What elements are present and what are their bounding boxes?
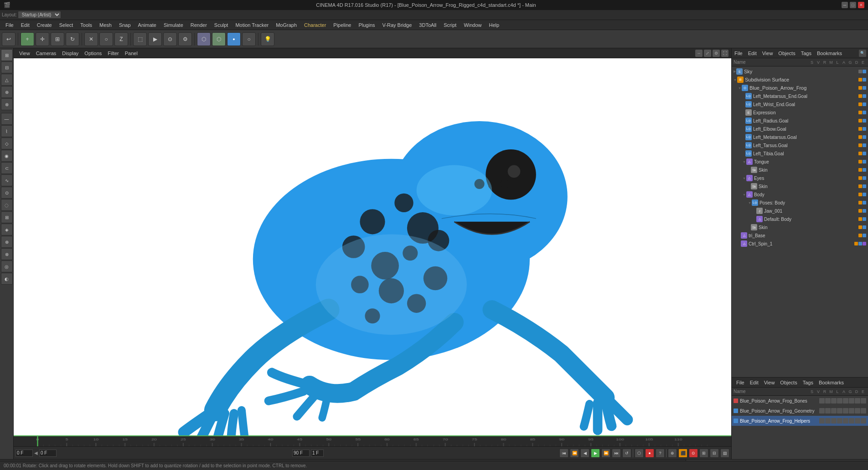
key-tool-1[interactable]: ⊕ xyxy=(668,449,677,458)
menu-motion-tracker[interactable]: Motion Tracker xyxy=(232,21,272,29)
mat-menu-tags[interactable]: Tags xyxy=(800,379,816,386)
model-mode-button[interactable]: ✕ xyxy=(84,32,98,46)
effector-button[interactable]: ○ xyxy=(242,32,256,46)
obj-left-meta-end-goal[interactable]: ▶ L◎ Left_Metatarsus_End.Goal xyxy=(732,92,868,100)
key-tool-5[interactable]: ⊟ xyxy=(710,449,719,458)
key-tool-3[interactable]: ⊙ xyxy=(689,449,698,458)
rotate-button[interactable]: ↻ xyxy=(66,32,79,46)
fullscreen-icon[interactable]: ⛶ xyxy=(721,50,728,57)
scale-button[interactable]: ⊞ xyxy=(51,32,64,46)
menu-animate[interactable]: Animate xyxy=(134,21,160,29)
xyz-button[interactable]: Z xyxy=(114,32,128,46)
obj-default-body[interactable]: ▶ △ Default: Body xyxy=(732,215,868,223)
layout-dropdown[interactable]: Startup (Artist) xyxy=(18,11,61,19)
obj-eyes[interactable]: ▼ △ Eyes xyxy=(732,174,868,182)
next-key-button[interactable]: ⏩ xyxy=(601,449,610,458)
mat-menu-view[interactable]: View xyxy=(761,379,778,386)
vp-menu-filter[interactable]: Filter xyxy=(105,50,121,57)
obj-left-radius-goal[interactable]: ▶ L◎ Left_Radius.Goal xyxy=(732,117,868,125)
live-selection-button[interactable]: + xyxy=(21,32,34,46)
left-tool-14[interactable]: ⊞ xyxy=(1,211,13,223)
prev-key-button[interactable]: ⏪ xyxy=(570,449,579,458)
obj-expression[interactable]: ▶ E Expression xyxy=(732,108,868,117)
object-mode-button[interactable]: ○ xyxy=(99,32,113,46)
menu-mesh[interactable]: Mesh xyxy=(96,21,115,29)
obj-menu-file[interactable]: File xyxy=(732,50,745,57)
obj-menu-view[interactable]: View xyxy=(760,50,776,57)
obj-menu-edit[interactable]: Edit xyxy=(745,50,760,57)
left-tool-1[interactable]: ⊞ xyxy=(1,49,13,61)
left-tool-4[interactable]: ⊕ xyxy=(1,86,13,98)
left-tool-6[interactable]: — xyxy=(1,113,13,125)
obj-skin-tongue[interactable]: ▶ Sk Skin xyxy=(732,166,868,174)
obj-menu-tags[interactable]: Tags xyxy=(798,50,814,57)
render-view-button[interactable]: ⊙ xyxy=(163,32,177,46)
obj-skin-eyes[interactable]: ▶ Sk Skin xyxy=(732,182,868,190)
obj-left-elbow-goal[interactable]: ▶ L◎ Left_Elbow.Goal xyxy=(732,125,868,133)
end-frame-input[interactable] xyxy=(292,450,310,457)
window-controls[interactable]: ─ □ ✕ xyxy=(842,2,864,8)
obj-jaw-001[interactable]: ▶ J Jaw_001 xyxy=(732,207,868,215)
menu-pipeline[interactable]: Pipeline xyxy=(330,21,355,29)
key-tool-4[interactable]: ⊞ xyxy=(699,449,708,458)
menu-tools[interactable]: Tools xyxy=(77,21,96,29)
move-viewport-icon[interactable]: ↔ xyxy=(695,50,703,57)
vp-menu-view[interactable]: View xyxy=(16,50,33,57)
record-button[interactable]: ⬡ xyxy=(635,449,644,458)
play-button[interactable]: ▶ xyxy=(591,449,600,458)
minimize-button[interactable]: ─ xyxy=(842,2,848,8)
record-active-button[interactable]: ● xyxy=(645,449,654,458)
obj-left-tibia-goal[interactable]: ▶ L◎ Left_Tibia.Goal xyxy=(732,149,868,158)
menu-select[interactable]: Select xyxy=(56,21,77,29)
menu-window[interactable]: Window xyxy=(460,21,485,29)
key-tool-2[interactable]: ⬛ xyxy=(678,449,687,458)
menu-3dtoall[interactable]: 3DToAll xyxy=(415,21,440,29)
obj-subdivision-surface[interactable]: ▼ ⊞ Subdivision Surface xyxy=(732,76,868,84)
left-tool-12[interactable]: ⊙ xyxy=(1,187,13,199)
left-tool-15[interactable]: ◈ xyxy=(1,224,13,235)
left-tool-18[interactable]: ◎ xyxy=(1,261,13,272)
menu-mograph[interactable]: MoGraph xyxy=(272,21,300,29)
goto-end-button[interactable]: ⏭ xyxy=(612,449,621,458)
obj-tongue[interactable]: ▼ △ Tongue xyxy=(732,158,868,166)
zoom-viewport-icon[interactable]: ⤢ xyxy=(704,50,711,57)
mat-bones[interactable]: Blue_Poison_Arrow_Frog_Bones xyxy=(732,396,868,406)
render-active-button[interactable]: ▶ xyxy=(148,32,162,46)
menu-plugins[interactable]: Plugins xyxy=(355,21,378,29)
obj-search-icon[interactable]: 🔍 xyxy=(859,50,866,57)
menu-script[interactable]: Script xyxy=(440,21,460,29)
menu-file[interactable]: File xyxy=(2,21,17,29)
obj-tri-base[interactable]: ▶ △ tri_Base xyxy=(732,231,868,240)
vp-menu-display[interactable]: Display xyxy=(59,50,81,57)
left-tool-7[interactable]: ⌇ xyxy=(1,125,13,137)
mat-menu-bookmarks[interactable]: Bookmarks xyxy=(816,379,847,386)
maximize-button[interactable]: □ xyxy=(850,2,856,8)
left-tool-10[interactable]: ⊂ xyxy=(1,162,13,174)
left-tool-16[interactable]: ⊕ xyxy=(1,236,13,248)
left-tool-13[interactable]: ◌ xyxy=(1,199,13,211)
left-tool-17[interactable]: ⊗ xyxy=(1,248,13,260)
left-tool-11[interactable]: ∿ xyxy=(1,174,13,186)
obj-menu-objects[interactable]: Objects xyxy=(775,50,798,57)
render-region-button[interactable]: ⬚ xyxy=(133,32,147,46)
obj-frog[interactable]: ▼ ◎ Blue_Poison_Arrow_Frog xyxy=(732,84,868,92)
mat-menu-file[interactable]: File xyxy=(734,379,747,386)
obj-body[interactable]: ▼ △ Body xyxy=(732,190,868,199)
menu-create[interactable]: Create xyxy=(33,21,56,29)
left-tool-9[interactable]: ◉ xyxy=(1,150,13,162)
menu-snap[interactable]: Snap xyxy=(115,21,134,29)
left-tool-2[interactable]: ⊟ xyxy=(1,61,13,73)
menu-render[interactable]: Render xyxy=(187,21,211,29)
obj-left-tarsus-goal[interactable]: ▶ L◎ Left_Tarsus.Goal xyxy=(732,141,868,149)
obj-skin-body[interactable]: ▶ Sk Skin xyxy=(732,223,868,231)
obj-menu-bookmarks[interactable]: Bookmarks xyxy=(814,50,845,57)
close-button[interactable]: ✕ xyxy=(858,2,864,8)
obj-poses-body[interactable]: ▼ L◎ Poses: Body xyxy=(732,199,868,207)
obj-sky[interactable]: ▶ S Sky xyxy=(732,67,868,76)
light-button[interactable]: 💡 xyxy=(261,32,274,46)
menu-sculpt[interactable]: Sculpt xyxy=(211,21,232,29)
key-tool-6[interactable]: ▤ xyxy=(720,449,729,458)
vp-menu-panel[interactable]: Panel xyxy=(122,50,140,57)
obj-left-wrist-end-goal[interactable]: ▶ L◎ Left_Wrist_End.Goal xyxy=(732,100,868,108)
move-button[interactable]: ✛ xyxy=(36,32,49,46)
